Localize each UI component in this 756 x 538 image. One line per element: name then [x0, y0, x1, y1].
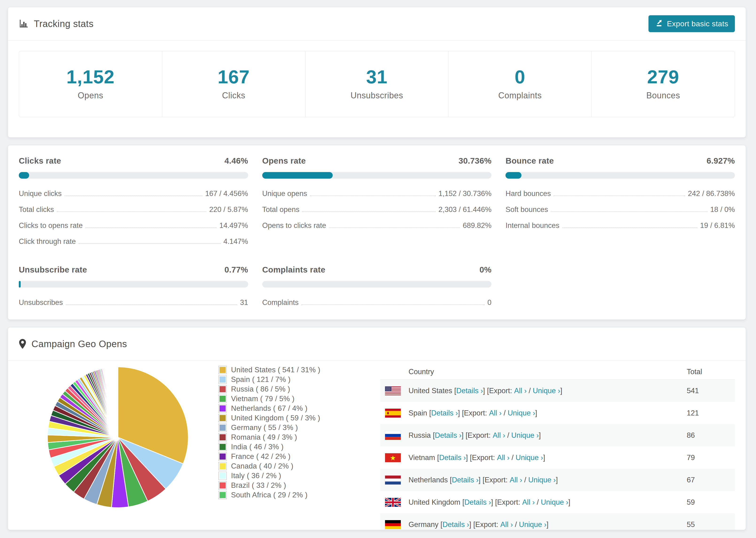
table-row-vietnam: Vietnam [Details ›] [Export: All › / Uni…	[380, 447, 735, 469]
geo-opens-pie-chart	[45, 364, 190, 510]
country-name: Spain	[408, 409, 427, 417]
legend-swatch	[218, 375, 227, 384]
geo-country-table: Country Total United States [Details ›] …	[380, 364, 735, 530]
tracking-stats-header: Tracking stats Export basic stats	[8, 7, 746, 41]
stat-line: Clicks to opens rate14.497%	[19, 218, 248, 234]
export-all-link[interactable]: All ›	[514, 387, 527, 395]
stat-box-clicks: 167 Clicks	[162, 51, 305, 117]
legend-swatch	[218, 433, 227, 442]
country-column-header: Country	[380, 368, 687, 376]
bounce-rate-block: Bounce rate 6.927% Hard bounces242 / 86.…	[506, 156, 735, 249]
table-row-united-states: United States [Details ›] [Export: All ›…	[380, 380, 735, 402]
export-all-link[interactable]: All ›	[489, 409, 502, 417]
details-link[interactable]: Details ›	[431, 409, 458, 417]
bounce-rate-title: Bounce rate	[506, 156, 554, 166]
legend-swatch	[218, 452, 227, 461]
export-all-link[interactable]: All ›	[493, 431, 505, 440]
export-unique-link[interactable]: Unique ›	[515, 454, 543, 462]
complaints-rate-bar	[262, 281, 492, 288]
stat-line: Hard bounces242 / 86.738%	[506, 186, 735, 202]
stat-line: Unique clicks167 / 4.456%	[19, 186, 248, 202]
rates-grid: Clicks rate 4.46% Unique clicks167 / 4.4…	[8, 145, 746, 321]
stat-line: Unsubscribes31	[19, 295, 248, 310]
country-name: United States	[408, 387, 452, 395]
legend-item-south-africa: South Africa ( 29 / 2% )	[218, 490, 380, 500]
clicks-rate-bar	[19, 172, 248, 179]
opens-rate-block: Opens rate 30.736% Unique opens1,152 / 3…	[262, 156, 492, 249]
export-all-link[interactable]: All ›	[500, 520, 513, 529]
table-row-netherlands: Netherlands [Details ›] [Export: All › /…	[380, 469, 735, 491]
table-rows: United States [Details ›] [Export: All ›…	[380, 380, 735, 530]
details-link[interactable]: Details ›	[464, 498, 491, 507]
stat-line: Total opens2,303 / 61.446%	[262, 202, 492, 218]
opens-rate-title: Opens rate	[262, 156, 306, 166]
bounce-rate-bar	[506, 172, 735, 179]
stat-box-complaints: 0 Complaints	[449, 51, 592, 117]
legend-swatch	[218, 414, 227, 422]
legend-item-spain: Spain ( 121 / 7% )	[218, 375, 380, 384]
complaints-rate-percent: 0%	[479, 265, 491, 274]
unsubscribe-rate-bar-fill	[19, 281, 21, 288]
dashboard-page: Tracking stats Export basic stats 1,152 …	[0, 0, 756, 538]
clicks-rate-title: Clicks rate	[19, 156, 61, 166]
table-header: Country Total	[380, 364, 735, 380]
export-all-link[interactable]: All ›	[522, 498, 535, 507]
map-pin-icon	[19, 339, 26, 349]
export-unique-link[interactable]: Unique ›	[512, 431, 539, 440]
country-total: 121	[687, 409, 735, 417]
stat-line: Complaints0	[262, 295, 492, 310]
clicks-rate-bar-fill	[19, 172, 29, 179]
bounce-rate-bar-fill	[506, 172, 521, 179]
country-total: 541	[687, 387, 735, 395]
unsubscribes-count: 31	[305, 66, 449, 88]
legend-item-italy: Italy ( 36 / 2% )	[218, 471, 380, 480]
opens-rate-bar-fill	[262, 172, 333, 179]
uk-flag-icon	[385, 498, 401, 507]
clicks-label: Clicks	[162, 91, 305, 100]
stat-line: Total clicks220 / 5.87%	[19, 202, 248, 218]
details-link[interactable]: Details ›	[439, 454, 466, 462]
bounces-label: Bounces	[592, 91, 735, 100]
rates-card: Clicks rate 4.46% Unique clicks167 / 4.4…	[8, 145, 746, 320]
export-basic-stats-button[interactable]: Export basic stats	[648, 15, 735, 32]
export-all-link[interactable]: All ›	[497, 454, 510, 462]
complaints-rate-title: Complaints rate	[262, 265, 325, 274]
details-link[interactable]: Details ›	[456, 387, 483, 395]
legend-item-russia: Russia ( 86 / 5% )	[218, 384, 380, 394]
details-link[interactable]: Details ›	[452, 476, 478, 484]
legend-item-united-kingdom: United Kingdom ( 59 / 3% )	[218, 413, 380, 423]
country-name: Netherlands	[408, 476, 448, 484]
opens-label: Opens	[19, 91, 162, 100]
export-unique-link[interactable]: Unique ›	[519, 520, 546, 529]
stats-row: 1,152 Opens 167 Clicks 31 Unsubscribes 0…	[19, 51, 735, 117]
clicks-rate-percent: 4.46%	[225, 156, 248, 166]
vietnam-flag-icon	[385, 453, 401, 462]
us-flag-icon	[385, 386, 401, 395]
legend-swatch	[218, 462, 227, 470]
complaints-count: 0	[449, 66, 591, 88]
table-row-germany: Germany [Details ›] [Export: All › / Uni…	[380, 513, 735, 530]
country-total: 59	[687, 498, 735, 507]
export-unique-link[interactable]: Unique ›	[541, 498, 568, 507]
legend-item-brazil: Brazil ( 33 / 2% )	[218, 480, 380, 490]
bar-chart-icon	[19, 19, 28, 28]
complaints-rate-block: Complaints rate 0% Complaints0	[262, 265, 492, 310]
export-unique-link[interactable]: Unique ›	[508, 409, 535, 417]
clicks-count: 167	[162, 66, 305, 88]
export-unique-link[interactable]: Unique ›	[528, 476, 556, 484]
clicks-rate-block: Clicks rate 4.46% Unique clicks167 / 4.4…	[19, 156, 248, 249]
opens-rate-percent: 30.736%	[459, 156, 491, 166]
details-link[interactable]: Details ›	[435, 431, 461, 440]
legend-swatch	[218, 491, 227, 499]
russia-flag-icon	[385, 431, 401, 440]
bounce-rate-percent: 6.927%	[706, 156, 735, 166]
details-link[interactable]: Details ›	[443, 520, 469, 529]
export-unique-link[interactable]: Unique ›	[533, 387, 560, 395]
unsubscribe-rate-percent: 0.77%	[225, 265, 248, 274]
export-all-link[interactable]: All ›	[510, 476, 522, 484]
tracking-stats-title-text: Tracking stats	[34, 19, 93, 29]
export-button-label: Export basic stats	[667, 20, 728, 28]
legend-item-canada: Canada ( 40 / 2% )	[218, 461, 380, 471]
stat-box-opens: 1,152 Opens	[19, 51, 162, 117]
legend-item-romania: Romania ( 49 / 3% )	[218, 432, 380, 442]
